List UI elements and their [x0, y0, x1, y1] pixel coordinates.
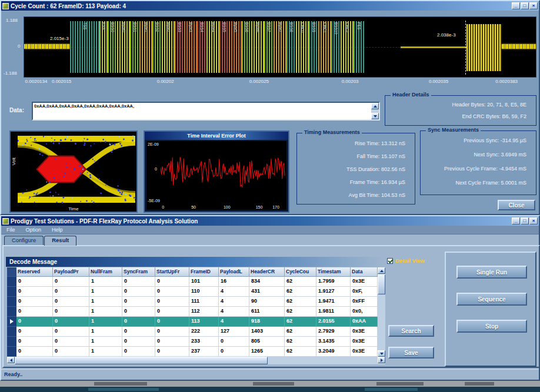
column-header-headercr[interactable]: HeaderCR	[249, 267, 285, 277]
table-cell[interactable]: 4	[219, 287, 249, 297]
table-row[interactable]: 001002221271403622.79290x3E	[7, 327, 378, 337]
row-selector-cell[interactable]	[7, 287, 16, 297]
column-header-cyclecou[interactable]: CycleCou	[285, 267, 316, 277]
table-cell[interactable]: 0	[155, 307, 189, 317]
scroll-up-button[interactable]	[378, 267, 385, 274]
table-cell[interactable]: 1.9811	[316, 307, 351, 317]
table-cell[interactable]: 3.2049	[316, 347, 351, 357]
table-cell[interactable]: 0xAA	[351, 317, 378, 327]
table-cell[interactable]: 4	[219, 307, 249, 317]
table-cell[interactable]: 0	[16, 337, 53, 347]
table-cell[interactable]: 4	[219, 317, 249, 327]
table-cell[interactable]: 0	[155, 337, 189, 347]
table-cell[interactable]: 805	[249, 337, 285, 347]
waveform-plot[interactable]: TSSFSSBSS0Byte0BSS1Byte1BSS2Byte2BSS3Byt…	[24, 16, 536, 78]
table-cell[interactable]: 0	[53, 327, 89, 337]
table-cell[interactable]: 0	[122, 327, 155, 337]
table-cell[interactable]: 1	[89, 337, 122, 347]
table-cell[interactable]: 0	[16, 347, 53, 357]
search-button[interactable]: Search	[388, 325, 434, 337]
scroll-down-button[interactable]	[378, 350, 385, 357]
table-cell[interactable]: 0	[155, 347, 189, 357]
table-cell[interactable]: 101	[189, 277, 219, 287]
table-cell[interactable]: 127	[219, 327, 249, 337]
column-header-timestam[interactable]: Timestam	[316, 267, 351, 277]
table-cell[interactable]: 0	[16, 277, 53, 287]
table-cell[interactable]: 1403	[249, 327, 285, 337]
table-cell[interactable]: 1	[89, 317, 122, 327]
maximize-button[interactable]: □	[521, 217, 529, 225]
menu-option[interactable]: Option	[21, 227, 47, 233]
column-header-data[interactable]: Data	[351, 267, 378, 277]
table-cell[interactable]: 237	[189, 347, 219, 357]
minimize-button[interactable]: _	[512, 217, 520, 225]
data-field-scrollbar[interactable]	[371, 103, 379, 119]
minimize-button[interactable]: _	[512, 2, 520, 9]
column-header-frameid[interactable]: FrameID	[189, 267, 219, 277]
table-cell[interactable]: 1	[89, 287, 122, 297]
table-cell[interactable]: 0	[122, 337, 155, 347]
table-cell[interactable]: 834	[249, 277, 285, 287]
table-cell[interactable]: 0x0,	[351, 307, 378, 317]
measurement-window-titlebar[interactable]: Cycle Count : 62 FrameID: 113 Payload: 4…	[1, 1, 539, 11]
table-cell[interactable]: 0	[53, 317, 89, 327]
table-cell[interactable]: 0	[53, 277, 89, 287]
table-cell[interactable]: 62	[285, 277, 316, 287]
main-window-titlebar[interactable]: Prodigy Test Solutions - PDF-R FlexRay P…	[1, 216, 539, 226]
table-cell[interactable]: 113	[189, 317, 219, 327]
table-cell[interactable]: 1	[89, 347, 122, 357]
table-cell[interactable]: 1265	[249, 347, 285, 357]
table-cell[interactable]: 0x3E	[351, 327, 378, 337]
maximize-button[interactable]: □	[521, 2, 529, 9]
table-cell[interactable]: 112	[189, 307, 219, 317]
waveform-cursor-line[interactable]	[465, 21, 466, 75]
table-cell[interactable]: 0	[53, 297, 89, 307]
table-cell[interactable]: 90	[249, 297, 285, 307]
scroll-down-button[interactable]	[371, 113, 379, 119]
table-cell[interactable]: 0	[155, 287, 189, 297]
table-row[interactable]: 001001124611621.98110x0,	[7, 307, 378, 317]
table-cell[interactable]: 111	[189, 297, 219, 307]
table-cell[interactable]: 1	[89, 277, 122, 287]
scroll-right-button[interactable]	[378, 357, 385, 363]
table-cell[interactable]: 0	[16, 327, 53, 337]
table-cell[interactable]: 62	[285, 327, 316, 337]
table-cell[interactable]: 1	[89, 327, 122, 337]
vertical-scroll-thumb[interactable]	[378, 274, 385, 294]
table-cell[interactable]: 110	[189, 287, 219, 297]
table-cell[interactable]: 2.0155	[316, 317, 351, 327]
row-selector-cell[interactable]	[7, 347, 16, 357]
column-header-startupfr[interactable]: StartUpFr	[155, 267, 189, 277]
table-cell[interactable]: 0	[16, 297, 53, 307]
table-cell[interactable]: 0	[122, 277, 155, 287]
table-cell[interactable]: 3.1435	[316, 337, 351, 347]
close-window-button[interactable]: ×	[529, 2, 538, 9]
table-cell[interactable]: 0	[53, 287, 89, 297]
table-cell[interactable]: 1.7959	[316, 277, 351, 287]
table-cell[interactable]: 0	[219, 347, 249, 357]
table-cell[interactable]: 0xFF	[351, 297, 378, 307]
table-cell[interactable]: 62	[285, 317, 316, 327]
table-cell[interactable]: 0	[16, 307, 53, 317]
detail-view-control[interactable]: Detail View	[387, 257, 425, 264]
close-window-button[interactable]: ×	[529, 217, 538, 225]
table-cell[interactable]: 0xF,	[351, 287, 378, 297]
table-row[interactable]: 0010010116834621.79590x3E	[7, 277, 378, 287]
column-header-payloadl[interactable]: PayloadL	[219, 267, 249, 277]
table-cell[interactable]: 0x3E	[351, 347, 378, 357]
column-header-payloadpr[interactable]: PayloadPr	[53, 267, 89, 277]
table-cell[interactable]: 62	[285, 287, 316, 297]
table-cell[interactable]: 0	[155, 317, 189, 327]
menu-file[interactable]: File	[1, 227, 21, 233]
table-cell[interactable]: 0	[122, 307, 155, 317]
table-cell[interactable]: 2.7929	[316, 327, 351, 337]
table-row[interactable]: 001001134918622.01550xAA	[7, 317, 378, 327]
row-selector-cell[interactable]	[7, 317, 16, 327]
row-selector-cell[interactable]	[7, 337, 16, 347]
table-horizontal-scrollbar[interactable]	[7, 357, 385, 364]
table-cell[interactable]: 222	[189, 327, 219, 337]
close-button[interactable]: Close	[498, 200, 535, 210]
table-cell[interactable]: 0x3E	[351, 277, 378, 287]
table-vertical-scrollbar[interactable]	[378, 267, 385, 357]
table-cell[interactable]: 0	[16, 287, 53, 297]
